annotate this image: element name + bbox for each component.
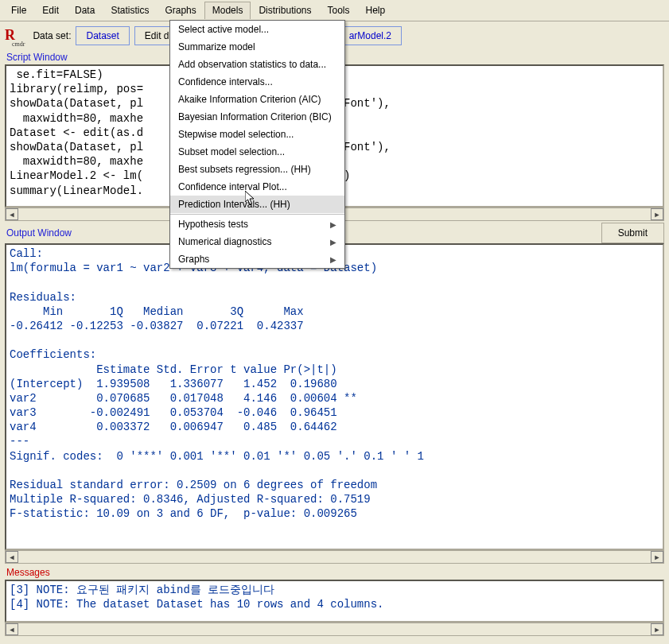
scroll-right-icon[interactable]: ► — [651, 551, 663, 563]
models-menu-item[interactable]: Summarize model — [170, 38, 344, 56]
menu-item-label: Confidence intervals... — [178, 76, 273, 87]
menu-help[interactable]: Help — [358, 2, 394, 19]
models-menu-item[interactable]: Confidence interval Plot... — [170, 178, 344, 196]
models-menu-item[interactable]: Best subsets regression... (HH) — [170, 161, 344, 178]
output-window[interactable]: Call: lm(formula = var1 ~ var2 + var3 + … — [5, 243, 664, 550]
models-menu-item[interactable]: Prediction Intervals... (HH) — [170, 196, 344, 213]
menu-item-label: Akaike Information Criterion (AIC) — [178, 94, 321, 105]
submenu-arrow-icon: ▶ — [330, 238, 336, 246]
models-menu-item[interactable]: Hypothesis tests▶ — [170, 215, 344, 233]
models-menu-item[interactable]: Confidence intervals... — [170, 73, 344, 91]
menu-graphs[interactable]: Graphs — [157, 2, 204, 19]
scroll-right-icon[interactable]: ► — [651, 623, 663, 635]
messages-scrollbar[interactable]: ◄ ► — [5, 623, 664, 636]
scroll-left-icon[interactable]: ◄ — [6, 208, 18, 220]
menu-distributions[interactable]: Distributions — [251, 2, 319, 19]
messages-window[interactable]: [3] NOTE: 요구된 패키지 abind를 로드중입니다 [4] NOTE… — [5, 580, 664, 623]
menu-item-label: Numerical diagnostics — [178, 236, 271, 247]
menu-item-label: Add observation statistics to data... — [178, 59, 326, 70]
scroll-left-icon[interactable]: ◄ — [6, 551, 18, 563]
active-model-button[interactable]: arModel.2 — [339, 26, 402, 45]
output-scrollbar[interactable]: ◄ ► — [5, 550, 664, 564]
menu-item-label: Graphs — [178, 254, 209, 265]
submit-button[interactable]: Submit — [601, 223, 664, 243]
menu-statistics[interactable]: Statistics — [103, 2, 157, 19]
models-menu-item[interactable]: Numerical diagnostics▶ — [170, 233, 344, 250]
menu-data[interactable]: Data — [67, 2, 103, 19]
menu-models[interactable]: Models — [204, 2, 251, 19]
models-menu-item[interactable]: Subset model selection... — [170, 143, 344, 161]
menu-item-label: Bayesian Information Criterion (BIC) — [178, 111, 332, 122]
models-menu-item[interactable]: Select active model... — [170, 21, 344, 38]
scroll-left-icon[interactable]: ◄ — [6, 623, 18, 635]
menu-item-label: Subset model selection... — [178, 146, 285, 157]
submenu-arrow-icon: ▶ — [330, 255, 336, 264]
models-menu-item[interactable]: Graphs▶ — [170, 250, 344, 268]
models-menu-item[interactable]: Akaike Information Criterion (AIC) — [170, 91, 344, 108]
models-menu-item[interactable]: Stepwise model selection... — [170, 126, 344, 143]
models-menu-item[interactable]: Add observation statistics to data... — [170, 56, 344, 73]
output-window-label: Output Window — [0, 226, 78, 240]
menu-item-label: Prediction Intervals... (HH) — [178, 199, 290, 210]
menu-item-label: Stepwise model selection... — [178, 129, 294, 140]
menu-edit[interactable]: Edit — [34, 2, 67, 19]
menu-item-label: Select active model... — [178, 24, 269, 35]
messages-label: Messages — [0, 565, 669, 580]
menu-file[interactable]: File — [3, 2, 34, 19]
rcmdr-logo: Rcmdr — [5, 27, 28, 45]
menu-tools[interactable]: Tools — [319, 2, 357, 19]
models-dropdown: Select active model...Summarize modelAdd… — [169, 20, 345, 269]
scroll-right-icon[interactable]: ► — [651, 208, 663, 220]
menubar: FileEditDataStatisticsGraphsModelsDistri… — [0, 0, 669, 21]
submenu-arrow-icon: ▶ — [330, 220, 336, 229]
menu-item-label: Hypothesis tests — [178, 219, 248, 230]
dataset-label: Data set: — [33, 30, 71, 41]
menu-item-label: Confidence interval Plot... — [178, 181, 287, 192]
models-menu-item[interactable]: Bayesian Information Criterion (BIC) — [170, 108, 344, 126]
menu-item-label: Summarize model — [178, 41, 255, 52]
dataset-button[interactable]: Dataset — [76, 26, 129, 45]
menu-item-label: Best subsets regression... (HH) — [178, 164, 311, 175]
